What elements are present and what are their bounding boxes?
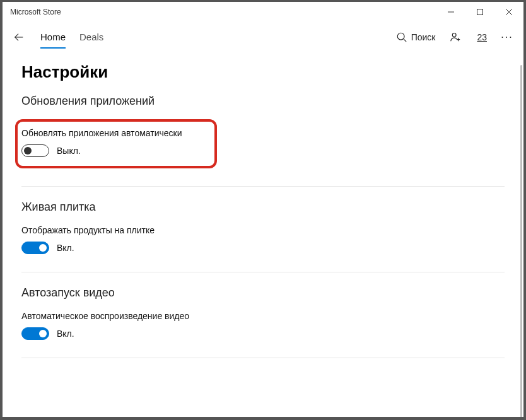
auto-update-toggle[interactable] (21, 144, 49, 157)
section-title (21, 372, 505, 381)
ellipsis-icon: ··· (501, 32, 513, 43)
tab-home[interactable]: Home (40, 26, 66, 49)
window-title: Microsoft Store (10, 8, 61, 16)
toggle-knob (39, 330, 47, 337)
toggle-knob (39, 244, 47, 252)
section-title: Обновления приложений (21, 95, 505, 108)
svg-point-5 (397, 33, 404, 40)
toggle-state-label: Выкл. (57, 146, 81, 156)
section-title: Живая плитка (21, 201, 505, 214)
setting-label: Обновлять приложения автоматически (21, 128, 207, 138)
toggle-row: Вкл. (21, 242, 505, 254)
content-area: Настройки Обновления приложений Обновлят… (3, 52, 523, 417)
tab-label: Home (40, 32, 66, 42)
close-button[interactable] (494, 2, 523, 22)
svg-line-6 (404, 39, 406, 42)
search-button[interactable]: Поиск (396, 32, 436, 43)
settings-content: Настройки Обновления приложений Обновлят… (3, 52, 523, 381)
section-autoplay: Автозапуск видео Автоматическое воспроиз… (21, 286, 505, 358)
toggle-row: Выкл. (21, 144, 207, 157)
section-live-tile: Живая плитка Отображать продукты на плит… (21, 201, 505, 272)
downloads-count: 23 (477, 32, 487, 42)
account-button[interactable] (445, 27, 465, 47)
live-tile-toggle[interactable] (21, 242, 49, 254)
setting-label: Отображать продукты на плитке (21, 225, 505, 235)
toggle-row: Вкл. (21, 327, 505, 340)
top-nav: Home Deals Поиск (3, 22, 523, 52)
section-app-updates: Обновления приложений Обновлять приложен… (21, 95, 505, 187)
nav-tabs: Home Deals (40, 26, 103, 49)
page-title: Настройки (21, 62, 505, 82)
tab-label: Deals (79, 32, 103, 42)
back-button[interactable] (6, 25, 32, 50)
top-actions: Поиск 23 ··· (396, 27, 517, 47)
downloads-button[interactable]: 23 (476, 32, 487, 42)
window-controls (436, 2, 523, 22)
minimize-icon (448, 9, 454, 15)
minimize-button[interactable] (436, 2, 465, 22)
search-icon (396, 32, 407, 43)
person-add-icon (450, 32, 461, 43)
titlebar: Microsoft Store (3, 2, 523, 22)
toggle-knob (24, 147, 32, 155)
maximize-button[interactable] (465, 2, 494, 22)
autoplay-toggle[interactable] (21, 327, 49, 340)
svg-rect-1 (477, 9, 483, 15)
toggle-state-label: Вкл. (57, 243, 74, 253)
setting-label: Автоматическое воспроизведение видео (21, 311, 505, 321)
section-title: Автозапуск видео (21, 286, 505, 300)
app-window: Microsoft Store Home Deals (2, 1, 524, 417)
highlight-annotation: Обновлять приложения автоматически Выкл. (15, 119, 217, 168)
section-cutoff (21, 372, 505, 381)
close-icon (506, 9, 512, 15)
back-arrow-icon (13, 32, 25, 43)
maximize-icon (477, 9, 483, 15)
svg-point-7 (453, 33, 457, 37)
more-button[interactable]: ··· (497, 27, 517, 47)
tab-deals[interactable]: Deals (79, 26, 103, 49)
toggle-state-label: Вкл. (57, 329, 74, 339)
scrollbar[interactable] (520, 65, 522, 417)
search-label: Поиск (411, 32, 436, 42)
